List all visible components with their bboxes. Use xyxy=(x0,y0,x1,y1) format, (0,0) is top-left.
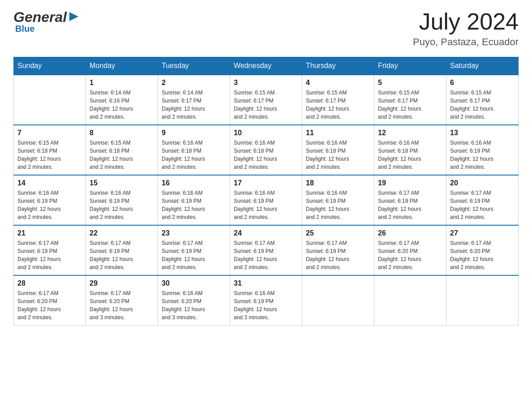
day-info-text: Sunrise: 6:16 AM Sunset: 6:18 PM Dayligh… xyxy=(162,139,226,171)
day-number: 9 xyxy=(162,129,226,137)
day-number: 5 xyxy=(378,79,442,87)
column-header-monday: Monday xyxy=(86,57,158,75)
day-number: 12 xyxy=(378,129,442,137)
day-number: 29 xyxy=(90,279,154,287)
calendar-table: SundayMondayTuesdayWednesdayThursdayFrid… xyxy=(13,57,519,325)
day-number: 15 xyxy=(90,179,154,187)
day-number: 1 xyxy=(90,79,154,87)
day-info-text: Sunrise: 6:14 AM Sunset: 6:16 PM Dayligh… xyxy=(90,89,154,121)
calendar-cell: 22Sunrise: 6:17 AM Sunset: 6:19 PM Dayli… xyxy=(86,225,158,275)
calendar-week-row: 21Sunrise: 6:17 AM Sunset: 6:19 PM Dayli… xyxy=(14,225,519,275)
day-number: 7 xyxy=(17,129,82,137)
page-header: General Blue July 2024 Puyo, Pastaza, Ec… xyxy=(13,9,519,48)
calendar-cell: 2Sunrise: 6:14 AM Sunset: 6:17 PM Daylig… xyxy=(158,75,230,125)
day-info-text: Sunrise: 6:16 AM Sunset: 6:18 PM Dayligh… xyxy=(378,139,442,171)
calendar-cell: 25Sunrise: 6:17 AM Sunset: 6:19 PM Dayli… xyxy=(302,225,374,275)
day-number: 28 xyxy=(17,279,82,287)
day-info-text: Sunrise: 6:17 AM Sunset: 6:19 PM Dayligh… xyxy=(162,239,226,271)
day-number: 30 xyxy=(162,279,226,287)
day-number: 14 xyxy=(17,179,82,187)
day-info-text: Sunrise: 6:17 AM Sunset: 6:20 PM Dayligh… xyxy=(17,289,82,321)
column-header-friday: Friday xyxy=(374,57,446,75)
day-number: 2 xyxy=(162,79,226,87)
calendar-cell: 8Sunrise: 6:15 AM Sunset: 6:18 PM Daylig… xyxy=(86,125,158,175)
day-info-text: Sunrise: 6:16 AM Sunset: 6:19 PM Dayligh… xyxy=(306,189,370,221)
day-info-text: Sunrise: 6:16 AM Sunset: 6:19 PM Dayligh… xyxy=(17,189,82,221)
day-info-text: Sunrise: 6:15 AM Sunset: 6:17 PM Dayligh… xyxy=(378,89,442,121)
logo-general-text: General xyxy=(13,9,67,26)
svg-marker-0 xyxy=(69,12,78,21)
day-number: 21 xyxy=(17,229,82,237)
day-info-text: Sunrise: 6:15 AM Sunset: 6:17 PM Dayligh… xyxy=(450,89,515,121)
day-number: 20 xyxy=(450,179,515,187)
day-info-text: Sunrise: 6:16 AM Sunset: 6:18 PM Dayligh… xyxy=(234,139,298,171)
calendar-cell: 21Sunrise: 6:17 AM Sunset: 6:19 PM Dayli… xyxy=(14,225,86,275)
day-info-text: Sunrise: 6:17 AM Sunset: 6:19 PM Dayligh… xyxy=(234,239,298,271)
calendar-cell: 29Sunrise: 6:17 AM Sunset: 6:20 PM Dayli… xyxy=(86,275,158,325)
calendar-cell xyxy=(374,275,446,325)
day-number: 13 xyxy=(450,129,515,137)
day-info-text: Sunrise: 6:16 AM Sunset: 6:18 PM Dayligh… xyxy=(306,139,370,171)
location-subtitle: Puyo, Pastaza, Ecuador xyxy=(413,36,519,48)
logo: General Blue xyxy=(13,9,80,34)
day-number: 3 xyxy=(234,79,298,87)
calendar-cell: 16Sunrise: 6:16 AM Sunset: 6:19 PM Dayli… xyxy=(158,175,230,225)
day-number: 10 xyxy=(234,129,298,137)
month-year-title: July 2024 xyxy=(413,9,519,34)
day-number: 24 xyxy=(234,229,298,237)
calendar-cell: 24Sunrise: 6:17 AM Sunset: 6:19 PM Dayli… xyxy=(230,225,302,275)
day-info-text: Sunrise: 6:14 AM Sunset: 6:17 PM Dayligh… xyxy=(162,89,226,121)
day-number: 4 xyxy=(306,79,370,87)
calendar-cell: 27Sunrise: 6:17 AM Sunset: 6:20 PM Dayli… xyxy=(446,225,519,275)
day-info-text: Sunrise: 6:17 AM Sunset: 6:19 PM Dayligh… xyxy=(306,239,370,271)
calendar-cell: 15Sunrise: 6:16 AM Sunset: 6:19 PM Dayli… xyxy=(86,175,158,225)
calendar-cell: 6Sunrise: 6:15 AM Sunset: 6:17 PM Daylig… xyxy=(446,75,519,125)
day-info-text: Sunrise: 6:17 AM Sunset: 6:19 PM Dayligh… xyxy=(90,239,154,271)
calendar-header-row: SundayMondayTuesdayWednesdayThursdayFrid… xyxy=(14,57,519,75)
day-info-text: Sunrise: 6:17 AM Sunset: 6:19 PM Dayligh… xyxy=(378,189,442,221)
calendar-cell xyxy=(302,275,374,325)
calendar-cell: 7Sunrise: 6:15 AM Sunset: 6:18 PM Daylig… xyxy=(14,125,86,175)
day-info-text: Sunrise: 6:15 AM Sunset: 6:18 PM Dayligh… xyxy=(17,139,82,171)
calendar-cell: 13Sunrise: 6:16 AM Sunset: 6:19 PM Dayli… xyxy=(446,125,519,175)
calendar-week-row: 1Sunrise: 6:14 AM Sunset: 6:16 PM Daylig… xyxy=(14,75,519,125)
calendar-cell: 14Sunrise: 6:16 AM Sunset: 6:19 PM Dayli… xyxy=(14,175,86,225)
calendar-cell: 19Sunrise: 6:17 AM Sunset: 6:19 PM Dayli… xyxy=(374,175,446,225)
calendar-cell: 1Sunrise: 6:14 AM Sunset: 6:16 PM Daylig… xyxy=(86,75,158,125)
day-info-text: Sunrise: 6:16 AM Sunset: 6:19 PM Dayligh… xyxy=(234,289,298,321)
day-number: 11 xyxy=(306,129,370,137)
column-header-tuesday: Tuesday xyxy=(158,57,230,75)
calendar-cell: 5Sunrise: 6:15 AM Sunset: 6:17 PM Daylig… xyxy=(374,75,446,125)
calendar-cell: 28Sunrise: 6:17 AM Sunset: 6:20 PM Dayli… xyxy=(14,275,86,325)
calendar-week-row: 14Sunrise: 6:16 AM Sunset: 6:19 PM Dayli… xyxy=(14,175,519,225)
day-info-text: Sunrise: 6:16 AM Sunset: 6:19 PM Dayligh… xyxy=(162,189,226,221)
column-header-sunday: Sunday xyxy=(14,57,86,75)
day-info-text: Sunrise: 6:17 AM Sunset: 6:20 PM Dayligh… xyxy=(378,239,442,271)
calendar-cell: 4Sunrise: 6:15 AM Sunset: 6:17 PM Daylig… xyxy=(302,75,374,125)
calendar-cell: 18Sunrise: 6:16 AM Sunset: 6:19 PM Dayli… xyxy=(302,175,374,225)
calendar-cell: 10Sunrise: 6:16 AM Sunset: 6:18 PM Dayli… xyxy=(230,125,302,175)
day-info-text: Sunrise: 6:15 AM Sunset: 6:17 PM Dayligh… xyxy=(234,89,298,121)
day-info-text: Sunrise: 6:17 AM Sunset: 6:19 PM Dayligh… xyxy=(450,189,515,221)
day-number: 26 xyxy=(378,229,442,237)
day-number: 25 xyxy=(306,229,370,237)
day-info-text: Sunrise: 6:16 AM Sunset: 6:19 PM Dayligh… xyxy=(450,139,515,171)
day-info-text: Sunrise: 6:16 AM Sunset: 6:19 PM Dayligh… xyxy=(234,189,298,221)
calendar-cell: 31Sunrise: 6:16 AM Sunset: 6:19 PM Dayli… xyxy=(230,275,302,325)
day-number: 23 xyxy=(162,229,226,237)
day-info-text: Sunrise: 6:17 AM Sunset: 6:20 PM Dayligh… xyxy=(450,239,515,271)
column-header-saturday: Saturday xyxy=(446,57,519,75)
calendar-cell: 30Sunrise: 6:16 AM Sunset: 6:20 PM Dayli… xyxy=(158,275,230,325)
calendar-cell xyxy=(446,275,519,325)
calendar-cell: 12Sunrise: 6:16 AM Sunset: 6:18 PM Dayli… xyxy=(374,125,446,175)
day-number: 6 xyxy=(450,79,515,87)
day-number: 8 xyxy=(90,129,154,137)
calendar-week-row: 7Sunrise: 6:15 AM Sunset: 6:18 PM Daylig… xyxy=(14,125,519,175)
day-number: 18 xyxy=(306,179,370,187)
calendar-week-row: 28Sunrise: 6:17 AM Sunset: 6:20 PM Dayli… xyxy=(14,275,519,325)
day-number: 22 xyxy=(90,229,154,237)
day-info-text: Sunrise: 6:17 AM Sunset: 6:20 PM Dayligh… xyxy=(90,289,154,321)
calendar-cell: 3Sunrise: 6:15 AM Sunset: 6:17 PM Daylig… xyxy=(230,75,302,125)
day-number: 31 xyxy=(234,279,298,287)
column-header-wednesday: Wednesday xyxy=(230,57,302,75)
